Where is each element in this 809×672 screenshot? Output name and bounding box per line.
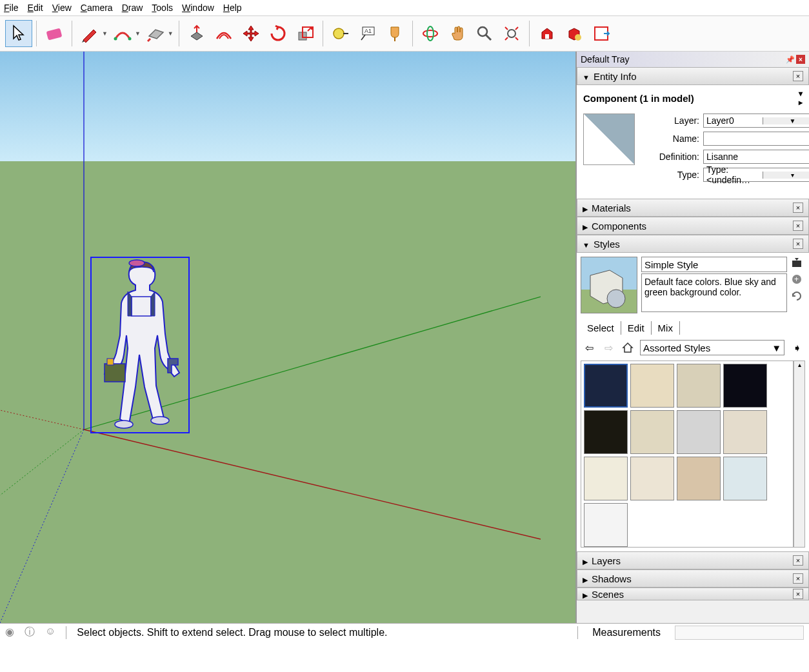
svg-point-26 [151, 417, 169, 424]
tab-edit[interactable]: Edit [621, 321, 652, 335]
panel-entity-info-header[interactable]: ▼Entity Info × [577, 67, 809, 85]
style-item[interactable] [723, 457, 767, 500]
style-item[interactable] [584, 410, 628, 454]
close-icon[interactable]: × [793, 221, 803, 231]
credits-icon[interactable]: ⓘ [25, 626, 35, 639]
close-icon[interactable]: × [793, 555, 803, 566]
menu-file[interactable]: File [4, 3, 19, 13]
style-item[interactable] [630, 457, 674, 500]
warehouse-tool[interactable] [534, 20, 561, 47]
menu-draw[interactable]: Draw [122, 3, 143, 13]
style-update-icon[interactable] [791, 257, 804, 270]
move-tool[interactable] [237, 20, 265, 47]
svg-rect-23 [105, 364, 125, 382]
style-item[interactable] [723, 410, 767, 454]
tray-header[interactable]: Default Tray 📌 × [577, 52, 809, 67]
menu-window[interactable]: Window [182, 3, 214, 13]
nav-forward-icon[interactable]: ⇨ [601, 341, 615, 355]
extension-tool[interactable] [561, 20, 588, 47]
svg-rect-24 [107, 359, 114, 365]
style-item[interactable] [584, 364, 628, 408]
panel-styles-header[interactable]: ▼Styles × [577, 235, 809, 253]
rectangle-tool[interactable] [142, 20, 169, 47]
panel-shadows-header[interactable]: ▶Shadows × [577, 569, 809, 588]
details-icon[interactable]: ➧ [790, 341, 804, 355]
tab-select[interactable]: Select [581, 321, 621, 335]
menu-camera[interactable]: Camera [81, 3, 113, 13]
style-item[interactable] [677, 364, 721, 408]
offset-tool[interactable] [210, 20, 237, 47]
scale-tool[interactable] [292, 20, 319, 47]
expand-icon[interactable]: ▾▸ [799, 89, 803, 107]
name-input[interactable] [703, 132, 809, 146]
measurements-label: Measurements [588, 627, 664, 638]
zoom-extents-tool[interactable] [498, 20, 525, 47]
definition-input[interactable] [703, 150, 809, 164]
geo-icon[interactable]: ◉ [5, 626, 14, 639]
arc-tool[interactable] [109, 20, 136, 47]
menu-edit[interactable]: Edit [28, 3, 43, 13]
eraser-tool[interactable] [41, 20, 68, 47]
person-icon[interactable]: ☺ [45, 626, 55, 639]
svg-rect-0 [46, 28, 63, 40]
selected-component[interactable] [90, 257, 190, 433]
svg-line-16 [0, 430, 84, 495]
rotate-tool[interactable] [265, 20, 292, 47]
tray-title: Default Tray [581, 54, 629, 64]
panel-materials-header[interactable]: ▶Materials × [577, 199, 809, 217]
style-grid [581, 361, 794, 548]
close-icon[interactable]: × [793, 239, 803, 249]
close-icon[interactable]: × [796, 55, 805, 64]
style-item[interactable] [677, 457, 721, 500]
style-create-icon[interactable]: + [791, 273, 804, 286]
panel-styles: Default face colors. Blue sky and green … [577, 253, 809, 551]
style-thumbnail[interactable] [581, 257, 637, 313]
orbit-tool[interactable] [417, 20, 444, 47]
home-icon[interactable] [621, 341, 635, 355]
tab-mix[interactable]: Mix [652, 321, 680, 335]
text-tool[interactable]: A1 [354, 20, 381, 47]
layer-label: Layer: [644, 115, 699, 126]
style-item[interactable] [630, 364, 674, 408]
type-label: Type: [644, 170, 699, 180]
zoom-tool[interactable] [471, 20, 498, 47]
pushpull-tool[interactable] [183, 20, 210, 47]
collection-select[interactable]: Assorted Styles▼ [640, 340, 784, 355]
panel-components-header[interactable]: ▶Components × [577, 217, 809, 235]
menu-view[interactable]: View [52, 3, 72, 13]
paint-tool[interactable] [381, 20, 408, 47]
nav-back-icon[interactable]: ⇦ [582, 341, 596, 355]
style-name-input[interactable] [641, 257, 787, 272]
svg-point-8 [423, 30, 437, 37]
type-select[interactable]: Type: <undefin…▾ [703, 168, 809, 182]
svg-rect-12 [545, 34, 549, 39]
viewport-3d[interactable] [0, 52, 577, 623]
style-item[interactable] [630, 410, 674, 454]
svg-line-18 [84, 430, 541, 539]
status-hint: Select objects. Shift to extend select. … [77, 627, 567, 638]
pencil-tool[interactable] [76, 20, 103, 47]
menu-help[interactable]: Help [223, 3, 242, 13]
close-icon[interactable]: × [793, 71, 803, 81]
style-item[interactable] [677, 410, 721, 454]
entity-thumbnail[interactable] [583, 114, 635, 165]
close-icon[interactable]: × [793, 203, 803, 213]
svg-point-13 [575, 34, 581, 41]
panel-scenes-header[interactable]: ▶Scenes × [577, 588, 809, 600]
layer-select[interactable]: Layer0▼ [703, 114, 809, 128]
menu-tools[interactable]: Tools [152, 3, 173, 13]
select-tool[interactable] [5, 20, 32, 47]
layout-tool[interactable] [588, 20, 615, 47]
measurements-input[interactable] [675, 626, 804, 640]
tape-tool[interactable] [327, 20, 354, 47]
panel-layers-header[interactable]: ▶Layers × [577, 551, 809, 569]
pan-tool[interactable] [444, 20, 471, 47]
pin-icon[interactable]: 📌 [786, 55, 795, 64]
close-icon[interactable]: × [793, 589, 803, 599]
style-item[interactable] [723, 364, 767, 408]
style-item[interactable] [584, 503, 628, 547]
close-icon[interactable]: × [793, 573, 803, 584]
scrollbar[interactable]: ▴ [794, 361, 805, 548]
style-refresh-icon[interactable] [791, 290, 804, 303]
style-item[interactable] [584, 457, 628, 500]
